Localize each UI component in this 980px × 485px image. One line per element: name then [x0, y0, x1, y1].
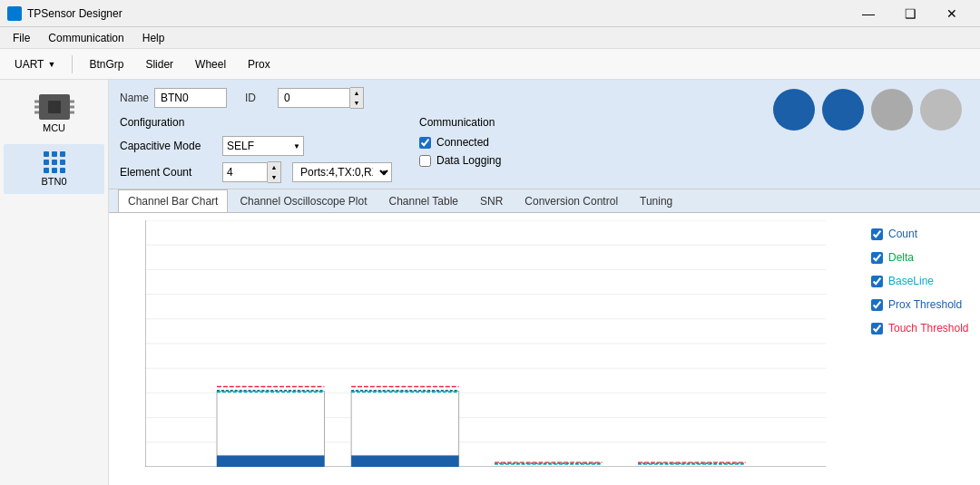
element-count-spinner: ▲ ▼	[222, 161, 281, 183]
connected-row: Connected	[419, 136, 501, 149]
ports-select-wrapper: Ports:4,TX:0,RX:4	[292, 162, 392, 182]
legend-baseline: BaseLine	[871, 275, 971, 287]
toolbar-wheel[interactable]: Wheel	[186, 54, 235, 74]
cap-mode-select[interactable]: SELF MUTUAL	[222, 136, 304, 156]
circle-4	[920, 89, 962, 131]
restore-button[interactable]: ❑	[889, 0, 931, 27]
app-icon	[7, 6, 22, 21]
legend-baseline-label: BaseLine	[888, 275, 934, 287]
legend-touch-thresh: Touch Threshold	[871, 322, 971, 335]
toolbar-slider[interactable]: Slider	[136, 54, 182, 74]
data-logging-checkbox[interactable]	[419, 155, 431, 167]
comm-title: Communication	[419, 116, 501, 129]
tab-tuning[interactable]: Tuning	[630, 189, 682, 212]
sidebar-mcu-label: MCU	[43, 122, 65, 133]
circle-2	[822, 89, 864, 131]
minimize-button[interactable]: —	[848, 0, 889, 27]
sidebar-item-mcu[interactable]: MCU	[4, 87, 104, 141]
circles-area	[755, 80, 980, 140]
chart-legend: Count Delta BaseLine Prox Threshold Touc…	[862, 213, 980, 485]
name-field-group: Name	[120, 88, 227, 108]
config-title: Configuration	[120, 116, 392, 129]
legend-touch-thresh-checkbox[interactable]	[871, 323, 883, 335]
mcu-icon	[39, 94, 70, 120]
connected-checkbox[interactable]	[419, 137, 431, 149]
menubar: File Communication Help	[0, 27, 980, 49]
toolbar-sep-1	[72, 55, 73, 73]
uart-dropdown-icon[interactable]: ▼	[47, 60, 55, 69]
titlebar: TPSensor Designer — ❑ ✕	[0, 0, 980, 27]
id-input[interactable]	[278, 88, 350, 108]
element-count-input[interactable]	[222, 162, 268, 182]
chart-container: 1,000 900 800 700 600 500 400 300 200 10…	[109, 213, 980, 485]
element-count-label: Element Count	[120, 166, 215, 179]
sidebar-item-btn0[interactable]: BTN0	[4, 144, 104, 194]
id-spinner-up[interactable]: ▲	[350, 88, 363, 98]
btn0-icon	[44, 151, 65, 173]
name-input[interactable]	[154, 88, 227, 108]
legend-count-checkbox[interactable]	[871, 228, 883, 240]
circle-1	[773, 89, 815, 131]
tab-conversion-control[interactable]: Conversion Control	[514, 189, 628, 212]
connected-label: Connected	[436, 136, 489, 149]
titlebar-left: TPSensor Designer	[7, 6, 122, 21]
id-field-group: ID ▲ ▼	[245, 87, 364, 109]
uart-label: UART	[15, 58, 44, 71]
legend-prox-thresh: Prox Threshold	[871, 298, 971, 311]
element-count-row: Element Count ▲ ▼ Ports:4,TX:0,RX	[120, 161, 392, 183]
tabs: Channel Bar Chart Channel Oscilloscope P…	[109, 189, 980, 213]
circle-3	[871, 89, 913, 131]
sidebar-btn0-label: BTN0	[41, 176, 66, 187]
legend-baseline-checkbox[interactable]	[871, 276, 883, 287]
header-panel-container: Name ID ▲ ▼	[109, 80, 980, 189]
data-logging-row: Data Logging	[419, 154, 501, 167]
toolbar: UART ▼ BtnGrp Slider Wheel Prox	[0, 49, 980, 80]
menu-help[interactable]: Help	[133, 30, 174, 46]
legend-delta: Delta	[871, 251, 971, 264]
legend-count-label: Count	[888, 228, 917, 240]
svg-rect-31	[351, 455, 459, 467]
data-logging-label: Data Logging	[436, 154, 501, 167]
id-spinner-down[interactable]: ▼	[350, 98, 363, 108]
name-label: Name	[120, 92, 149, 104]
comm-section: Communication Connected Data Logging	[419, 116, 501, 183]
id-label: ID	[245, 92, 272, 104]
tab-oscilloscope[interactable]: Channel Oscilloscope Plot	[230, 189, 377, 212]
legend-touch-thresh-label: Touch Threshold	[888, 322, 969, 335]
menu-communication[interactable]: Communication	[39, 30, 132, 46]
config-section: Configuration Capacitive Mode SELF MUTUA…	[120, 116, 392, 183]
ports-select[interactable]: Ports:4,TX:0,RX:4	[292, 162, 392, 182]
legend-prox-thresh-checkbox[interactable]	[871, 299, 883, 311]
toolbar-prox[interactable]: Prox	[239, 54, 279, 74]
toolbar-uart[interactable]: UART ▼	[5, 54, 64, 74]
tab-channel-table[interactable]: Channel Table	[378, 189, 468, 212]
legend-prox-thresh-label: Prox Threshold	[888, 298, 962, 311]
element-count-up[interactable]: ▲	[268, 162, 280, 172]
cap-mode-select-wrapper: SELF MUTUAL	[222, 136, 304, 156]
content: Name ID ▲ ▼	[109, 80, 980, 485]
toolbar-btngrp[interactable]: BtnGrp	[80, 54, 132, 74]
svg-rect-24	[217, 455, 325, 467]
sidebar: MCU BTN0	[0, 80, 109, 485]
tab-bar-chart[interactable]: Channel Bar Chart	[118, 189, 228, 212]
main: MCU BTN0 Name	[0, 80, 980, 485]
tab-snr[interactable]: SNR	[470, 189, 513, 212]
legend-delta-checkbox[interactable]	[871, 252, 883, 264]
cap-mode-row: Capacitive Mode SELF MUTUAL	[120, 136, 392, 156]
element-count-down[interactable]: ▼	[268, 172, 280, 182]
element-count-spinner-btns: ▲ ▼	[268, 161, 281, 183]
legend-count: Count	[871, 228, 971, 240]
close-button[interactable]: ✕	[931, 0, 973, 27]
chart-area: 1,000 900 800 700 600 500 400 300 200 10…	[109, 213, 862, 485]
chart-svg: 1,000 900 800 700 600 500 400 300 200 10…	[145, 220, 862, 467]
titlebar-controls: — ❑ ✕	[848, 0, 973, 27]
window-title: TPSensor Designer	[27, 7, 122, 20]
legend-delta-label: Delta	[888, 251, 914, 264]
menu-file[interactable]: File	[4, 30, 39, 46]
cap-mode-label: Capacitive Mode	[120, 140, 215, 152]
